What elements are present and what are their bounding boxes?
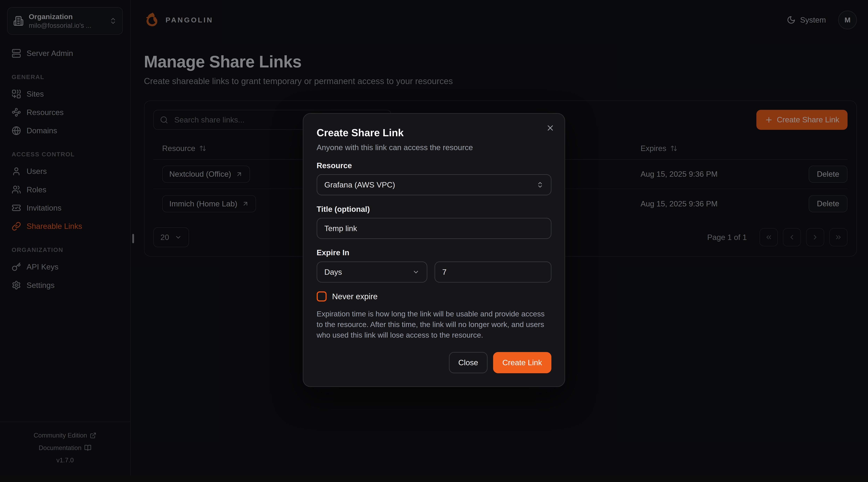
chevron-down-icon <box>412 268 420 276</box>
close-icon[interactable] <box>545 122 556 135</box>
create-share-link-modal: Create Share Link Anyone with this link … <box>303 113 565 387</box>
expire-unit-value: Days <box>324 268 412 277</box>
chevrons-up-down-icon <box>536 181 544 188</box>
expire-value-wrap <box>435 261 551 283</box>
never-expire-row[interactable]: Never expire <box>317 291 551 301</box>
expire-value-input[interactable] <box>442 268 544 277</box>
resource-field-label: Resource <box>317 161 551 170</box>
never-expire-label: Never expire <box>332 292 378 301</box>
modal-subtitle: Anyone with this link can access the res… <box>317 143 551 152</box>
resource-select[interactable]: Grafana (AWS VPC) <box>317 174 551 195</box>
resource-select-value: Grafana (AWS VPC) <box>324 180 536 189</box>
title-field-label: Title (optional) <box>317 205 551 214</box>
expiration-description: Expiration time is how long the link wil… <box>317 309 551 340</box>
app-root: Organization milo@fossorial.io's ... Ser… <box>0 0 868 475</box>
title-input[interactable] <box>324 224 544 233</box>
modal-title: Create Share Link <box>317 127 551 139</box>
create-link-button[interactable]: Create Link <box>493 352 551 373</box>
expire-field-label: Expire In <box>317 248 551 257</box>
never-expire-checkbox[interactable] <box>317 291 327 301</box>
title-field-wrap <box>317 218 551 239</box>
close-button[interactable]: Close <box>449 352 488 373</box>
expire-unit-select[interactable]: Days <box>317 261 427 283</box>
